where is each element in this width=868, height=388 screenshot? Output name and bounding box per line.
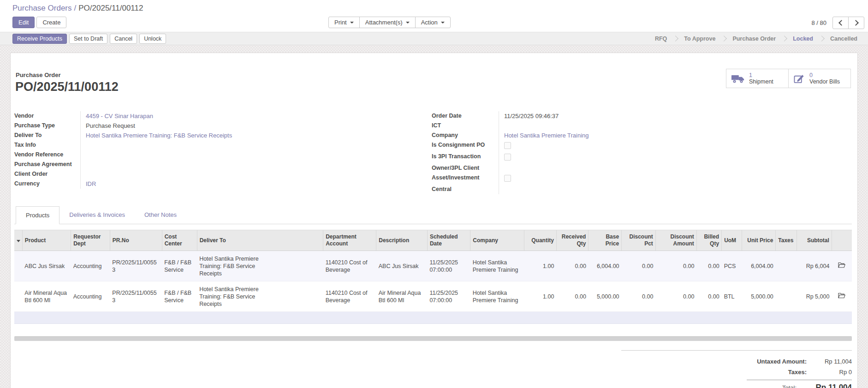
column-toggle-header[interactable] bbox=[14, 230, 22, 251]
field-tax-info-label: Tax Info bbox=[14, 140, 80, 150]
total-separator bbox=[747, 380, 852, 380]
empty-row[interactable] bbox=[14, 312, 852, 324]
field-vendor-reference-label: Vendor Reference bbox=[14, 150, 80, 160]
field-company-label: Company bbox=[432, 131, 499, 140]
cell-deliver_to: Hotel Santika Premiere Training: F&B Ser… bbox=[197, 251, 323, 281]
field-group-left: Vendor4459 - CV Sinar HarapanPurchase Ty… bbox=[14, 111, 432, 194]
action-menu-button[interactable]: Action bbox=[415, 17, 451, 28]
control-panel: Purchase Orders/PO/2025/11/00112 EditCre… bbox=[0, 0, 868, 32]
total-row: Total: Rp 11,004 bbox=[621, 381, 852, 388]
is-3pl-transaction-checkbox[interactable] bbox=[504, 154, 511, 161]
cell-toggle bbox=[14, 281, 22, 312]
column-header-base_price[interactable]: Base Price bbox=[589, 230, 622, 251]
cell-discount_amount: 0.00 bbox=[655, 251, 696, 281]
is-consignment-po-checkbox[interactable] bbox=[504, 142, 511, 149]
vendor-bills-label: Vendor Bills bbox=[809, 78, 840, 85]
open-folder-icon[interactable] bbox=[838, 292, 845, 300]
field-is-3pl-transaction-label: Is 3Pl Transaction bbox=[432, 152, 499, 163]
column-header-company[interactable]: Company bbox=[470, 230, 524, 251]
tab-products[interactable]: Products bbox=[16, 206, 59, 224]
field-is-consignment-po-value bbox=[499, 140, 852, 152]
open-folder-icon[interactable] bbox=[838, 262, 845, 270]
vendor-bills-button[interactable]: 0Vendor Bills bbox=[788, 69, 851, 88]
column-header-product[interactable]: Product bbox=[22, 230, 71, 251]
field-client-order-label: Client Order bbox=[14, 169, 80, 179]
field-purchase-agreement: Purchase Agreement bbox=[14, 160, 432, 169]
cell-deliver_to: Hotel Santika Premiere Training: F&B Ser… bbox=[197, 281, 323, 312]
field-owner-3pl-client: Owner/3PL Client bbox=[432, 163, 852, 173]
statusbar-buttons: Receive ProductsSet to DraftCancelUnlock bbox=[12, 34, 166, 44]
field-is-consignment-po: Is Consignment PO bbox=[432, 140, 852, 152]
shipment-button[interactable]: 1Shipment bbox=[726, 69, 789, 88]
column-header-uom[interactable]: UoM bbox=[722, 230, 742, 251]
column-header-discount_amount[interactable]: Discount Amount bbox=[655, 230, 696, 251]
cell-pr_no: PR/2025/11/00553 bbox=[110, 251, 162, 281]
field-is-3pl-transaction: Is 3Pl Transaction bbox=[432, 152, 852, 163]
cell-cost_center: F&B / F&B Service bbox=[162, 251, 197, 281]
pager-previous-button[interactable] bbox=[832, 17, 849, 29]
column-header-requestor_dept[interactable]: Requestor Dept bbox=[71, 230, 110, 251]
set-to-draft-button[interactable]: Set to Draft bbox=[69, 34, 107, 44]
column-header-pr_no[interactable]: PR.No bbox=[110, 230, 162, 251]
column-header-scheduled_date[interactable]: Scheduled Date bbox=[427, 230, 470, 251]
field-tax-info-value bbox=[80, 140, 432, 150]
untaxed-amount-label: Untaxed Amount: bbox=[757, 358, 807, 365]
column-header-deliver_to[interactable]: Deliver To bbox=[197, 230, 323, 251]
column-header-subtotal[interactable]: Subtotal bbox=[797, 230, 832, 251]
field-order-date-value: 11/25/2025 09:46:37 bbox=[499, 111, 852, 121]
order-lines-table: ProductRequestor DeptPR.NoCost CenterDel… bbox=[14, 230, 852, 324]
cell-base_price: 6,004.00 bbox=[589, 251, 622, 281]
cell-discount_pct: 0.00 bbox=[622, 251, 656, 281]
cell-quantity: 1.00 bbox=[524, 281, 556, 312]
cell-uom: PCS bbox=[722, 251, 742, 281]
caret-down-icon bbox=[441, 22, 445, 24]
edit-button[interactable]: Edit bbox=[12, 17, 35, 28]
status-purchase-order: Purchase Order bbox=[726, 36, 782, 42]
totals: Untaxed Amount: Rp 11,004 Taxes: Rp 0 To… bbox=[621, 350, 852, 388]
cell-scheduled_date: 11/25/2025 07:00:00 bbox=[427, 281, 470, 312]
asset-investment-checkbox[interactable] bbox=[504, 175, 511, 182]
cell-cost_center: F&B / F&B Service bbox=[162, 281, 197, 312]
column-header-received_qty[interactable]: Received Qty bbox=[556, 230, 588, 251]
taxes-value: Rp 0 bbox=[807, 369, 852, 376]
field-purchase-type-value: Purchase Request bbox=[80, 121, 432, 131]
cell-discount_amount: 0.00 bbox=[655, 281, 696, 312]
cell-department_account: 1140210 Cost of Beverage bbox=[323, 251, 376, 281]
column-header-quantity[interactable]: Quantity bbox=[524, 230, 556, 251]
field-deliver-to-value: Hotel Santika Premiere Training: F&B Ser… bbox=[80, 131, 432, 140]
column-header-department_account[interactable]: Department Account bbox=[323, 230, 376, 251]
edit-icon bbox=[793, 73, 805, 84]
receive-products-button[interactable]: Receive Products bbox=[12, 34, 67, 44]
print-menu-button[interactable]: Print bbox=[328, 17, 360, 28]
field-currency: CurrencyIDR bbox=[14, 179, 432, 189]
column-header-description[interactable]: Description bbox=[376, 230, 428, 251]
unlock-button[interactable]: Unlock bbox=[139, 34, 166, 44]
total-label: Total: bbox=[782, 384, 797, 388]
cell-toggle bbox=[14, 251, 22, 281]
table-row[interactable]: ABC Jus SirsakAccountingPR/2025/11/00553… bbox=[14, 251, 852, 281]
truck-icon bbox=[731, 73, 745, 84]
cell-taxes bbox=[776, 251, 797, 281]
cell-scheduled_date: 11/25/2025 07:00:00 bbox=[427, 251, 470, 281]
cell-description: ABC Jus Sirsak bbox=[376, 251, 428, 281]
table-row[interactable]: Air Mineral Aqua Btl 600 MlAccountingPR/… bbox=[14, 281, 852, 312]
tab-other-notes[interactable]: Other Notes bbox=[135, 206, 186, 224]
column-header-unit_price[interactable]: Unit Price bbox=[742, 230, 776, 251]
field-company: CompanyHotel Santika Premiere Training bbox=[432, 131, 852, 140]
column-header-billed_qty[interactable]: Billed Qty bbox=[696, 230, 721, 251]
field-vendor: Vendor4459 - CV Sinar Harapan bbox=[14, 111, 432, 121]
column-header-taxes[interactable]: Taxes bbox=[776, 230, 797, 251]
breadcrumb-purchase-orders[interactable]: Purchase Orders bbox=[12, 4, 72, 12]
tab-deliveries-invoices[interactable]: Deliveries & Invoices bbox=[59, 206, 135, 224]
pager-next-button[interactable] bbox=[848, 17, 864, 29]
cancel-button[interactable]: Cancel bbox=[110, 34, 137, 44]
status-locked: Locked bbox=[787, 36, 819, 42]
untaxed-amount-value: Rp 11,004 bbox=[807, 358, 852, 365]
column-header-discount_pct[interactable]: Discount Pct bbox=[622, 230, 656, 251]
column-header-cost_center[interactable]: Cost Center bbox=[162, 230, 197, 251]
attachments-menu-button[interactable]: Attachment(s) bbox=[359, 17, 416, 28]
field-purchase-type-label: Purchase Type bbox=[14, 121, 80, 131]
column-header-open[interactable] bbox=[832, 230, 852, 251]
create-button[interactable]: Create bbox=[36, 17, 66, 28]
horizontal-scrollbar-thumb[interactable] bbox=[14, 336, 852, 341]
